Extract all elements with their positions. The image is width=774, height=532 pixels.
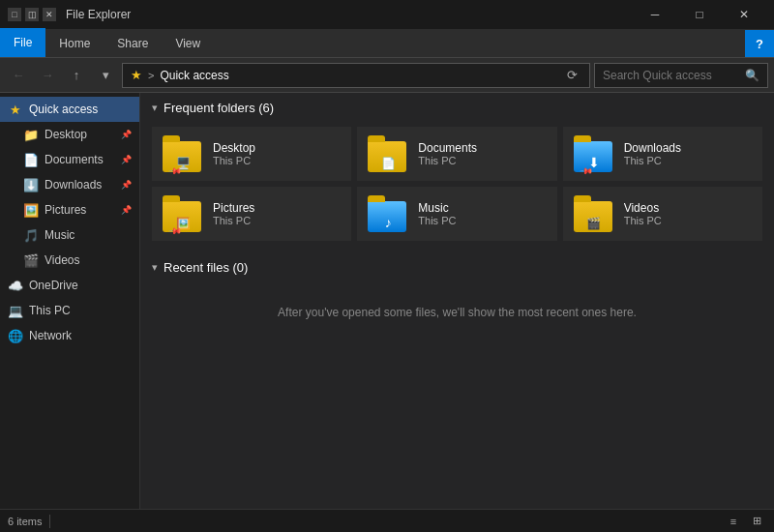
folder-grid: 🖥️ Desktop This PC 📌 📄 Documents This PC [152,127,762,241]
search-box[interactable]: 🔍 [594,63,768,88]
search-input[interactable] [603,69,741,82]
window-controls[interactable]: ─ □ ✕ [633,0,766,29]
address-box[interactable]: ★ > Quick access ⟳ [122,63,590,88]
sidebar-label-music: Music [45,228,74,242]
pictures-icon: 🖼️ [23,202,39,218]
sidebar-item-thispc[interactable]: 💻 This PC [0,298,139,323]
search-icon[interactable]: 🔍 [745,69,759,82]
status-view-controls: ≡ ⊞ [724,513,766,530]
frequent-folders-header[interactable]: ▾ Frequent folders (6) [152,101,762,115]
app-icon-3: ✕ [43,8,56,21]
docs-icon: 📄 [23,152,39,167]
onedrive-icon: ☁️ [8,278,23,293]
folder-icon-wrap-desktop: 🖥️ [163,135,203,172]
sidebar-item-music[interactable]: 🎵 Music [0,222,139,248]
title-bar: □ ◫ ✕ File Explorer ─ □ ✕ [0,0,774,29]
folder-item-desktop[interactable]: 🖥️ Desktop This PC 📌 [152,127,351,181]
app-icons: □ ◫ ✕ [8,8,56,21]
folder-icon-wrap-documents: 📄 [368,135,408,172]
folder-sub-videos: This PC [624,215,662,226]
sidebar-label-quick-access: Quick access [29,103,98,116]
folder-info-pictures: Pictures This PC [213,201,254,226]
videos-icon: 🎬 [23,252,39,268]
folder-info-documents: Documents This PC [418,141,477,166]
back-button[interactable]: ← [6,63,31,88]
sidebar-label-videos: Videos [45,253,79,267]
tab-file[interactable]: File [0,28,45,57]
folder-info-videos: Videos This PC [624,201,662,226]
address-chevron-icon: > [148,70,154,81]
folder-overlay-music: ♪ [385,215,392,230]
pin-icon: 📌 [121,130,132,139]
tab-home[interactable]: Home [45,30,104,57]
network-icon: 🌐 [8,328,23,343]
folder-icon-wrap-downloads: ⬇ [574,135,614,172]
minimize-button[interactable]: ─ [633,0,677,29]
address-bar: ← → ↑ ▾ ★ > Quick access ⟳ 🔍 [0,58,774,93]
app-icon-2: ◫ [25,8,39,21]
sidebar-item-documents[interactable]: 📄 Documents 📌 [0,147,139,172]
address-path: Quick access [160,69,557,82]
folder-icon-wrap-pictures: 🖼️ [163,195,203,232]
tab-share[interactable]: Share [104,30,162,57]
address-star-icon: ★ [131,68,142,82]
status-bar: 6 items ≡ ⊞ [0,509,774,532]
folder-item-music[interactable]: ♪ Music This PC [357,187,556,241]
sidebar-item-videos[interactable]: 🎬 Videos [0,248,139,273]
folder-sub-desktop: This PC [213,155,255,166]
maximize-button[interactable]: □ [677,0,722,29]
grid-view-button[interactable]: ⊞ [747,513,766,530]
ribbon-tabs: File Home Share View ? [0,29,774,58]
folder-overlay-documents: 📄 [381,157,396,170]
list-view-button[interactable]: ≡ [724,513,743,530]
forward-button[interactable]: → [35,63,60,88]
sidebar-item-downloads[interactable]: ⬇️ Downloads 📌 [0,172,139,197]
sidebar-item-quick-access[interactable]: ★ Quick access [0,97,139,122]
tab-view[interactable]: View [162,30,214,57]
sidebar-label-onedrive: OneDrive [29,279,78,292]
sidebar-item-desktop[interactable]: 📁 Desktop 📌 [0,122,139,147]
chevron-icon: ▾ [152,102,158,114]
up-button[interactable]: ↑ [64,63,89,88]
folder-icon-wrap-videos: 🎬 [574,195,614,232]
refresh-button[interactable]: ⟳ [563,68,581,82]
folder-overlay-videos: 🎬 [586,217,601,230]
sidebar-item-pictures[interactable]: 🖼️ Pictures 📌 [0,197,139,222]
folder-info-music: Music This PC [418,201,456,226]
content-area: ▾ Frequent folders (6) 🖥️ Desktop This P… [140,93,774,509]
recent-button[interactable]: ▾ [93,63,118,88]
recent-files-empty: After you've opened some files, we'll sh… [152,286,762,339]
star-icon: ★ [8,102,23,117]
folder-item-downloads[interactable]: ⬇ Downloads This PC 📌 [563,127,762,181]
folder-sub-music: This PC [418,215,456,226]
pin-icon-downloads: 📌 [121,180,132,190]
recent-files-section: ▾ Recent files (0) After you've opened s… [152,260,762,339]
folder-name-documents: Documents [418,141,477,155]
frequent-folders-title: Frequent folders (6) [164,101,274,115]
pin-icon-docs: 📌 [121,155,132,164]
sidebar: ★ Quick access 📁 Desktop 📌 📄 Documents 📌… [0,93,140,509]
help-button[interactable]: ? [745,30,774,57]
sidebar-item-network[interactable]: 🌐 Network [0,323,139,348]
sidebar-label-thispc: This PC [29,304,71,317]
folder-item-pictures[interactable]: 🖼️ Pictures This PC 📌 [152,187,351,241]
window-title: File Explorer [66,8,627,21]
sidebar-item-onedrive[interactable]: ☁️ OneDrive [0,273,139,298]
folder-item-videos[interactable]: 🎬 Videos This PC [563,187,762,241]
status-divider [49,515,50,528]
folder-name-desktop: Desktop [213,141,255,155]
app-icon-1: □ [8,8,21,21]
pin-icon-pictures: 📌 [121,205,132,215]
recent-files-header[interactable]: ▾ Recent files (0) [152,260,762,275]
folder-sub-pictures: This PC [213,215,254,226]
close-button[interactable]: ✕ [722,0,766,29]
chevron-icon-recent: ▾ [152,261,158,274]
folder-icon-wrap-music: ♪ [368,195,408,232]
folder-info-downloads: Downloads This PC [624,141,681,166]
sidebar-label-network: Network [29,329,72,342]
sidebar-label-desktop: Desktop [45,128,87,141]
folder-item-documents[interactable]: 📄 Documents This PC [357,127,556,181]
folder-name-videos: Videos [624,201,662,215]
folder-sub-documents: This PC [418,155,477,166]
folder-icon: 📁 [23,127,39,142]
